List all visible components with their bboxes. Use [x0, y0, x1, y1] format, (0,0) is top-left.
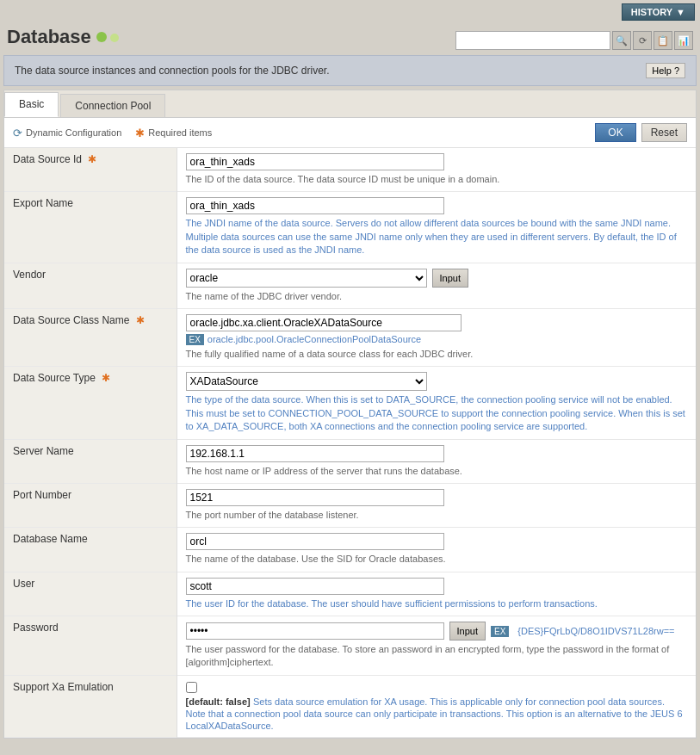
server-name-desc: The host name or IP address of the serve…	[186, 465, 688, 478]
export-button-1[interactable]: 📋	[654, 31, 672, 50]
database-name-desc: The name of the database. Use the SID fo…	[186, 553, 688, 566]
title-text: Database	[7, 26, 91, 48]
password-input[interactable]	[186, 622, 444, 640]
support-xa-desc: Sets data source emulation for XA usage.…	[186, 696, 683, 731]
table-row: Data Source Class Name ✱ EX oracle.jdbc.…	[4, 308, 696, 366]
history-arrow-icon: ▼	[676, 7, 685, 17]
value-data-source-id: The ID of the data source. The data sour…	[177, 148, 696, 192]
description-text: The data source instances and connection…	[15, 65, 330, 77]
table-row: Password Input EX {DES}FQrLbQ/D8O1IDVS71…	[4, 616, 696, 676]
export-name-desc: The JNDI name of the data source. Server…	[186, 217, 688, 257]
toolbar-right: OK Reset	[595, 123, 687, 142]
class-name-example-row: EX oracle.jdbc.pool.OracleConnectionPool…	[186, 334, 688, 345]
value-database-name: The name of the database. Use the SID fo…	[177, 528, 696, 572]
required-star-icon: ✱	[135, 127, 145, 139]
dot-2	[110, 34, 119, 42]
table-row: Export Name The JNDI name of the data so…	[4, 192, 696, 263]
refresh-button[interactable]: ⟳	[633, 31, 652, 50]
label-server-name: Server Name	[4, 439, 177, 483]
table-row: Server Name The host name or IP address …	[4, 439, 696, 483]
database-name-input[interactable]	[186, 533, 444, 550]
required-items-label: Required items	[148, 127, 212, 138]
support-xa-desc-row: [default: false] Sets data source emulat…	[186, 696, 688, 732]
label-support-xa: Support Xa Emulation	[4, 675, 177, 737]
port-number-input[interactable]	[186, 489, 444, 506]
table-row: Port Number The port number of the datab…	[4, 483, 696, 527]
label-source-type: Data Source Type ✱	[4, 367, 177, 439]
required-items-item: ✱ Required items	[135, 127, 212, 139]
password-input-row: Input EX {DES}FQrLbQ/D8O1IDVS71L28rw==	[186, 622, 688, 641]
toolbar: ⟳ Dynamic Configuration ✱ Required items…	[4, 118, 696, 148]
tabs: Basic Connection Pool	[4, 90, 696, 118]
value-user: The user ID for the database. The user s…	[177, 572, 696, 616]
page-header: Database 🔍 ⟳ 📋 📊	[0, 22, 700, 55]
value-support-xa: [default: false] Sets data source emulat…	[177, 675, 696, 737]
vendor-input-row: oracle Input	[186, 269, 688, 288]
vendor-select[interactable]: oracle	[186, 269, 427, 288]
search-button[interactable]: 🔍	[612, 31, 631, 50]
ok-button[interactable]: OK	[595, 123, 635, 142]
tab-basic[interactable]: Basic	[4, 92, 59, 117]
class-name-input[interactable]	[186, 314, 462, 331]
tab-connection-pool[interactable]: Connection Pool	[60, 94, 165, 117]
source-type-select[interactable]: XADataSource	[186, 372, 427, 391]
user-input[interactable]	[186, 578, 444, 595]
label-port-number: Port Number	[4, 483, 177, 527]
vendor-desc: The name of the JDBC driver vendor.	[186, 290, 688, 303]
data-source-id-desc: The ID of the data source. The data sour…	[186, 173, 688, 186]
support-xa-checkbox[interactable]	[186, 682, 197, 693]
source-type-desc: The type of the data source. When this i…	[186, 393, 688, 433]
class-name-example: oracle.jdbc.pool.OracleConnectionPoolDat…	[208, 334, 421, 344]
value-port-number: The port number of the database listener…	[177, 483, 696, 527]
user-desc: The user ID for the database. The user s…	[186, 597, 688, 610]
table-row: Data Source Id ✱ The ID of the data sour…	[4, 148, 696, 192]
table-row: Vendor oracle Input The name of the JDBC…	[4, 263, 696, 308]
export-button-2[interactable]: 📊	[674, 31, 693, 50]
search-bar: 🔍 ⟳ 📋 📊	[455, 31, 693, 50]
table-row: Database Name The name of the database. …	[4, 528, 696, 572]
label-data-source-id: Data Source Id ✱	[4, 148, 177, 192]
server-name-input[interactable]	[186, 445, 444, 462]
dynamic-config-item[interactable]: ⟳ Dynamic Configuration	[13, 127, 121, 139]
help-label: Help	[652, 65, 672, 76]
toolbar-left: ⟳ Dynamic Configuration ✱ Required items	[13, 127, 212, 139]
help-icon: ?	[674, 65, 679, 76]
label-database-name: Database Name	[4, 528, 177, 572]
value-class-name: EX oracle.jdbc.pool.OracleConnectionPool…	[177, 308, 696, 366]
label-password: Password	[4, 616, 177, 676]
label-vendor: Vendor	[4, 263, 177, 308]
value-password: Input EX {DES}FQrLbQ/D8O1IDVS71L28rw== T…	[177, 616, 696, 676]
history-button[interactable]: HISTORY ▼	[622, 3, 695, 21]
password-input-button[interactable]: Input	[449, 622, 486, 641]
search-input[interactable]	[455, 31, 610, 50]
main-content: Basic Connection Pool ⟳ Dynamic Configur…	[3, 90, 697, 739]
page-title: Database	[7, 26, 119, 48]
top-bar: HISTORY ▼	[0, 0, 700, 22]
table-row: Data Source Type ✱ XADataSource The type…	[4, 367, 696, 439]
password-desc: The user password for the database. To s…	[186, 643, 688, 670]
form-table: Data Source Id ✱ The ID of the data sour…	[4, 148, 696, 738]
required-marker: ✱	[88, 153, 96, 165]
dynamic-config-icon: ⟳	[13, 127, 22, 139]
required-marker: ✱	[102, 372, 110, 384]
value-server-name: The host name or IP address of the serve…	[177, 439, 696, 483]
support-xa-checkbox-row	[186, 681, 688, 693]
ex-badge-icon: EX	[186, 334, 204, 345]
default-label: [default: false]	[186, 696, 251, 707]
vendor-input-button[interactable]: Input	[432, 269, 468, 288]
class-name-desc: The fully qualified name of a data sourc…	[186, 348, 688, 361]
table-row: User The user ID for the database. The u…	[4, 572, 696, 616]
title-decoration	[96, 32, 119, 42]
password-example: {DES}FQrLbQ/D8O1IDVS71L28rw==	[517, 626, 674, 636]
label-class-name: Data Source Class Name ✱	[4, 308, 177, 366]
help-button[interactable]: Help ?	[646, 63, 685, 78]
export-name-input[interactable]	[186, 197, 444, 214]
reset-button[interactable]: Reset	[641, 123, 687, 142]
data-source-id-input[interactable]	[186, 153, 444, 170]
value-export-name: The JNDI name of the data source. Server…	[177, 192, 696, 263]
history-label: HISTORY	[631, 7, 672, 17]
label-export-name: Export Name	[4, 192, 177, 263]
value-vendor: oracle Input The name of the JDBC driver…	[177, 263, 696, 308]
label-user: User	[4, 572, 177, 616]
description-bar: The data source instances and connection…	[3, 55, 697, 86]
